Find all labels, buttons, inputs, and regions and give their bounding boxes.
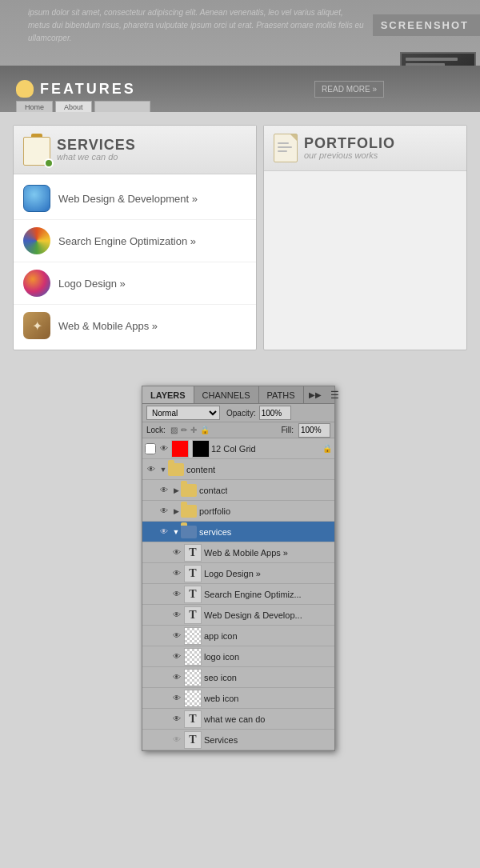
layer-row-services[interactable]: 👁 ▼ services <box>142 522 334 542</box>
layer-name-grid: 12 Col Grid <box>211 444 256 454</box>
layer-row-whatwecan[interactable]: 👁 T what we can do <box>142 709 334 730</box>
portfolio-doc-icon <box>274 134 298 162</box>
layer-name-whatwecan: what we can do <box>204 714 265 724</box>
layer-row-content[interactable]: 👁 ▼ content <box>142 459 334 480</box>
eye-icon[interactable]: 👁 <box>145 463 158 476</box>
layer-row-logo-icon[interactable]: 👁 logo icon <box>142 646 334 667</box>
eye-icon[interactable]: 👁 <box>170 713 183 726</box>
opacity-label: Opacity: <box>226 409 256 418</box>
eye-icon[interactable]: 👁 <box>158 442 170 455</box>
expand-arrow[interactable]: ▶ <box>171 486 181 494</box>
layer-row-contact[interactable]: 👁 ▶ contact <box>142 480 334 501</box>
layer-name-logo-icon: logo icon <box>204 652 239 662</box>
eye-icon[interactable]: 👁 <box>170 546 183 559</box>
fill-input[interactable] <box>298 423 330 438</box>
text-layer-icon: T <box>184 606 202 624</box>
service-label-seo: Search Engine Optimization » <box>58 235 196 247</box>
read-more-button[interactable]: READ MORE » <box>314 81 384 98</box>
eye-icon[interactable]: 👁 <box>158 484 170 497</box>
panel-arrows[interactable]: ▶▶ <box>304 389 326 401</box>
layer-name-services: services <box>199 527 231 537</box>
expand-arrow[interactable]: ▼ <box>171 528 181 536</box>
seo-icon <box>23 227 50 254</box>
services-panel: SERVICES what we can do Web Design & Dev… <box>13 125 257 350</box>
text-layer-icon: T <box>184 731 202 749</box>
layer-row-web-icon[interactable]: 👁 web icon <box>142 688 334 709</box>
layer-list: 👁 12 Col Grid 🔒 👁 ▼ content 👁 ▶ contact <box>142 438 334 750</box>
checker-thumb <box>184 648 202 666</box>
portfolio-subtitle: our previous works <box>304 150 395 160</box>
fill-label: Fill: <box>281 426 294 434</box>
portfolio-panel: PORTFOLIO our previous works <box>263 125 467 350</box>
layer-name-seo-icon: seo icon <box>204 673 237 682</box>
eye-icon[interactable]: 👁 <box>170 734 183 746</box>
layer-row-app-icon[interactable]: 👁 app icon <box>142 626 334 646</box>
eye-icon[interactable]: 👁 <box>158 505 170 518</box>
thumb-red <box>171 440 189 458</box>
features-title: FEATURES <box>40 81 136 98</box>
blend-mode-select[interactable]: Normal <box>146 406 220 420</box>
layer-row-grid[interactable]: 👁 12 Col Grid 🔒 <box>142 438 334 459</box>
folder-icon <box>168 463 184 476</box>
layer-name-portfolio: portfolio <box>199 506 230 516</box>
web-icon <box>23 185 50 212</box>
opacity-input[interactable] <box>259 406 291 420</box>
service-item-seo[interactable]: Search Engine Optimization » <box>14 220 256 262</box>
layer-visibility-checkbox[interactable] <box>145 443 156 454</box>
checker-thumb <box>184 690 202 707</box>
clipboard-icon <box>23 134 50 166</box>
folder-icon <box>181 484 197 497</box>
eye-icon[interactable]: 👁 <box>170 588 183 601</box>
blend-row: Normal Opacity: <box>142 404 334 422</box>
eye-icon[interactable]: 👁 <box>170 671 183 684</box>
service-item-logo[interactable]: Logo Design » <box>14 262 256 305</box>
tab-channels[interactable]: CHANNELS <box>194 386 259 403</box>
layer-thumb-color <box>171 440 210 458</box>
layer-row-apps-text[interactable]: 👁 T Web & Mobile Apps » <box>142 542 334 563</box>
layer-name-content: content <box>186 465 215 474</box>
eye-icon[interactable]: 👁 <box>170 609 183 622</box>
layer-name-web-icon: web icon <box>204 694 238 703</box>
layer-name-web-text: Web Design & Develop... <box>204 610 302 620</box>
services-header: SERVICES what we can do <box>14 126 256 174</box>
expand-arrow[interactable]: ▼ <box>158 466 168 474</box>
lock-position-icon[interactable]: ✛ <box>190 426 197 434</box>
layer-lock-icon: 🔒 <box>322 444 332 453</box>
panel-menu[interactable]: ☰ <box>326 388 343 402</box>
lock-label: Lock: <box>146 426 166 434</box>
layer-row-seo-text[interactable]: 👁 T Search Engine Optimiz... <box>142 584 334 605</box>
eye-icon[interactable]: 👁 <box>170 567 183 580</box>
tab-paths[interactable]: PATHS <box>259 386 304 403</box>
lock-pixels-icon[interactable]: ✏ <box>181 426 187 434</box>
service-label-web: Web Design & Development » <box>58 193 198 205</box>
top-banner: ipsum dolor sit amet, consectetur adipis… <box>0 0 480 112</box>
nav-tab-extra[interactable] <box>94 101 150 112</box>
layer-name-services-text: Services <box>204 735 238 745</box>
layer-name-logo-text: Logo Design » <box>204 569 261 578</box>
nav-tab-home[interactable]: Home <box>16 101 53 112</box>
layer-row-seo-icon[interactable]: 👁 seo icon <box>142 667 334 688</box>
folder-icon <box>181 526 197 538</box>
lock-all-icon[interactable]: 🔒 <box>200 426 210 434</box>
layer-row-portfolio[interactable]: 👁 ▶ portfolio <box>142 501 334 522</box>
service-item-web[interactable]: Web Design & Development » <box>14 178 256 220</box>
eye-icon[interactable]: 👁 <box>170 692 183 705</box>
eye-icon[interactable]: 👁 <box>170 630 183 642</box>
portfolio-title: PORTFOLIO <box>304 136 395 150</box>
services-subtitle: what we can do <box>57 152 136 162</box>
eye-icon[interactable]: 👁 <box>158 526 170 538</box>
service-item-app[interactable]: ✦ Web & Mobile Apps » <box>14 305 256 346</box>
tab-layers[interactable]: LAYERS <box>142 386 194 403</box>
folder-icon <box>181 505 197 518</box>
layer-row-logo-text[interactable]: 👁 T Logo Design » <box>142 563 334 584</box>
thumb-black <box>192 440 210 458</box>
eye-icon[interactable]: 👁 <box>170 650 183 663</box>
lock-icons: ▨ ✏ ✛ 🔒 <box>170 426 210 434</box>
layer-row-services-text[interactable]: 👁 T Services <box>142 730 334 750</box>
nav-tab-about[interactable]: About <box>55 101 92 112</box>
lock-transparent-icon[interactable]: ▨ <box>170 426 178 434</box>
layer-row-web-text[interactable]: 👁 T Web Design & Develop... <box>142 605 334 626</box>
banner-text: ipsum dolor sit amet, consectetur adipis… <box>28 6 364 45</box>
expand-arrow[interactable]: ▶ <box>171 507 181 515</box>
app-icon: ✦ <box>23 312 50 339</box>
